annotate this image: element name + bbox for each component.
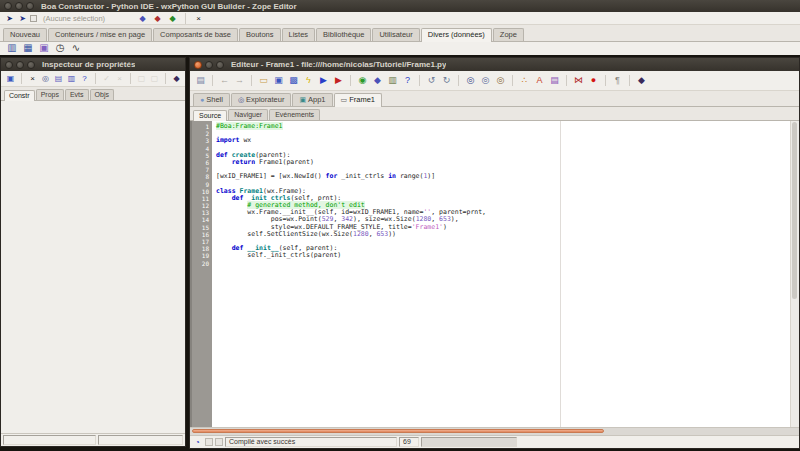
delete-icon[interactable]: ×: [27, 73, 38, 84]
line-number: 5: [192, 152, 212, 159]
vertical-scrollbar[interactable]: [790, 121, 799, 427]
window-minimize-button[interactable]: [16, 61, 24, 69]
palette-tab-utilisateur[interactable]: Utilisateur: [372, 28, 419, 41]
help-icon[interactable]: ?: [79, 73, 90, 84]
window-maximize-button[interactable]: [216, 61, 224, 69]
inspector-tabs: ConstrPropsEvtsObjs: [1, 87, 185, 101]
selection-checkbox[interactable]: [30, 15, 37, 22]
line-number: 8: [192, 173, 212, 180]
grid-icon[interactable]: ▦: [22, 42, 34, 54]
timer-icon[interactable]: ◷: [54, 42, 66, 54]
subtab-source[interactable]: Source: [193, 110, 227, 121]
font-style-icon[interactable]: A: [533, 74, 546, 87]
desktop: Boa Constructor - Python IDE - wxPython …: [0, 0, 800, 451]
find-again-icon[interactable]: ◎: [479, 74, 492, 87]
check-source-icon[interactable]: ϟ: [302, 74, 315, 87]
inspector-tab-label: Objs: [95, 91, 109, 98]
status-toggle-button[interactable]: [205, 438, 213, 446]
notebook-icon[interactable]: ▥: [386, 74, 399, 87]
boa-icon[interactable]: ◆: [635, 74, 648, 87]
find-icon[interactable]: ◎: [464, 74, 477, 87]
code-editor[interactable]: #Boa:Frame:Frame1import wxdef create(par…: [212, 121, 790, 427]
clipboard-icon[interactable]: ▤: [194, 74, 207, 87]
main-window-titlebar[interactable]: Boa Constructor - Python IDE - wxPython …: [0, 0, 800, 12]
horizontal-scrollbar[interactable]: [190, 427, 799, 435]
code-line: import wx: [216, 137, 790, 144]
tab-frame1[interactable]: ▭Frame1: [334, 93, 382, 107]
palette-tab-composants-de-base[interactable]: Composants de base: [153, 28, 238, 41]
debug-icon[interactable]: ◉: [356, 74, 369, 87]
open-icon[interactable]: ▭: [257, 74, 270, 87]
delete-icon[interactable]: ×: [193, 13, 204, 24]
help-icon[interactable]: ?: [401, 74, 414, 87]
package-green-icon[interactable]: ◆: [167, 13, 178, 24]
save-icon[interactable]: ▣: [272, 74, 285, 87]
package-red-icon[interactable]: ◆: [152, 13, 163, 24]
print-icon[interactable]: ▤: [548, 74, 561, 87]
tab-label: Explorateur: [246, 95, 284, 104]
grid-columns-icon[interactable]: ▥: [6, 42, 18, 54]
inspector-tab-props[interactable]: Props: [36, 89, 64, 100]
palette-tab-boutons[interactable]: Boutons: [239, 28, 281, 41]
parent-frame-icon[interactable]: ▤: [53, 73, 64, 84]
forward-icon[interactable]: →: [233, 74, 246, 87]
palette-tab-nouveau[interactable]: Nouveau: [3, 28, 47, 41]
inspector-tab-evts[interactable]: Evts: [65, 89, 89, 100]
inspector-tab-objs[interactable]: Objs: [90, 89, 114, 100]
apply-icon: ✓: [101, 73, 112, 84]
validator-icon[interactable]: ∿: [70, 42, 82, 54]
palette-tab-divers-donn-es-[interactable]: Divers (données): [421, 28, 492, 42]
subtab-naviguer[interactable]: Naviguer: [228, 109, 268, 120]
horizontal-scrollbar-thumb[interactable]: [192, 429, 604, 433]
back-icon[interactable]: ←: [218, 74, 231, 87]
line-number: 12: [192, 202, 212, 209]
windows-stack-icon[interactable]: ▣: [38, 42, 50, 54]
window-icon[interactable]: ▥: [66, 73, 77, 84]
editor-title: Editeur - Frame1 - file:///home/nicolas/…: [231, 60, 446, 69]
code-line: self._init_ctrls(parent): [216, 252, 790, 259]
undo-icon[interactable]: ↺: [425, 74, 438, 87]
shuttle-icon[interactable]: ⋈: [572, 74, 585, 87]
window-close-button[interactable]: [5, 61, 13, 69]
toolbar-separator: [566, 75, 567, 86]
palette-tab-listes[interactable]: Listes: [282, 28, 316, 41]
status-message: Compilé avec succès: [225, 437, 397, 447]
record-icon[interactable]: ●: [587, 74, 600, 87]
window-maximize-button[interactable]: [27, 61, 35, 69]
boa-icon[interactable]: ◆: [171, 73, 182, 84]
run-app-icon[interactable]: ▶: [317, 74, 330, 87]
find-in-files-icon[interactable]: ◎: [494, 74, 507, 87]
tab-shell[interactable]: ●Shell: [193, 93, 230, 106]
redo-icon[interactable]: ↻: [440, 74, 453, 87]
paragraph-icon[interactable]: ¶: [611, 74, 624, 87]
frame-select-icon[interactable]: ▣: [5, 73, 16, 84]
tab-explorateur[interactable]: ◎Explorateur: [231, 93, 291, 106]
toolbar-separator: [21, 73, 22, 84]
pointer-icon[interactable]: ➤: [4, 13, 15, 24]
tab-app1[interactable]: ▣App1: [292, 93, 332, 106]
save-as-icon[interactable]: ▩: [287, 74, 300, 87]
package-blue-icon[interactable]: ◆: [137, 13, 148, 24]
editor-titlebar[interactable]: Editeur - Frame1 - file:///home/nicolas/…: [190, 58, 799, 71]
inspector-titlebar[interactable]: Inspecteur de propriétés: [1, 58, 185, 71]
palette-tab-zope[interactable]: Zope: [493, 28, 524, 41]
window-close-button[interactable]: [194, 61, 202, 69]
vertical-scrollbar-thumb[interactable]: [792, 122, 797, 299]
toolbar-separator: [95, 73, 96, 84]
window-minimize-button[interactable]: [15, 2, 23, 10]
window-maximize-button[interactable]: [26, 2, 34, 10]
find-icon[interactable]: ◎: [40, 73, 51, 84]
package-icon[interactable]: ◆: [371, 74, 384, 87]
selection-tools: ➤➤: [4, 13, 28, 24]
whitespace-icon[interactable]: ∴: [518, 74, 531, 87]
inspector-content: [1, 101, 185, 433]
status-toggle-button[interactable]: [215, 438, 223, 446]
inspector-tab-constr[interactable]: Constr: [4, 90, 35, 101]
subtab-ev-nements[interactable]: Evénements: [269, 109, 320, 120]
palette-tab-biblioth-que[interactable]: Bibliothèque: [316, 28, 371, 41]
window-minimize-button[interactable]: [205, 61, 213, 69]
run-module-icon[interactable]: ▶: [332, 74, 345, 87]
pointer-secondary-icon[interactable]: ➤: [17, 13, 28, 24]
palette-tab-conteneurs-mise-en-page[interactable]: Conteneurs / mise en page: [48, 28, 152, 41]
window-close-button[interactable]: [4, 2, 12, 10]
